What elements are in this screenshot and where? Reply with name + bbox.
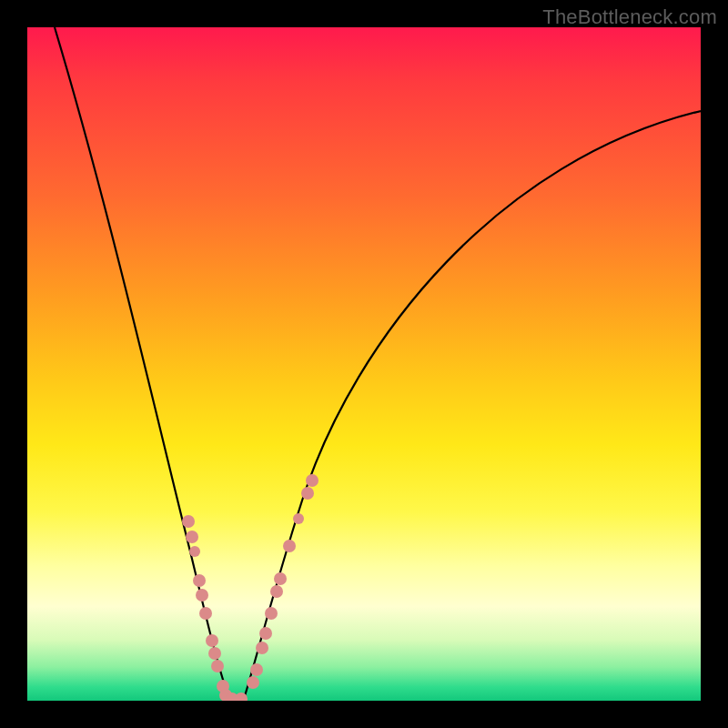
data-point-bead — [256, 642, 268, 654]
beads-left-group — [182, 515, 248, 701]
curve-right-branch — [244, 111, 701, 699]
data-point-bead — [293, 513, 304, 524]
data-point-bead — [211, 660, 224, 672]
chart-svg — [27, 27, 701, 701]
data-point-bead — [206, 634, 218, 647]
data-point-bead — [186, 531, 198, 543]
data-point-bead — [182, 515, 195, 528]
data-point-bead — [250, 663, 263, 676]
data-point-bead — [306, 474, 318, 487]
data-point-bead — [283, 540, 296, 552]
chart-plot-area — [27, 27, 701, 701]
data-point-bead — [189, 546, 200, 557]
beads-right-group — [247, 474, 318, 689]
data-point-bead — [196, 589, 208, 602]
data-point-bead — [274, 572, 287, 585]
data-point-bead — [270, 585, 283, 598]
data-point-bead — [199, 607, 212, 620]
data-point-bead — [265, 607, 278, 620]
data-point-bead — [208, 647, 221, 660]
data-point-bead — [259, 627, 272, 640]
data-point-bead — [301, 487, 314, 500]
data-point-bead — [247, 676, 259, 689]
watermark-text: TheBottleneck.com — [542, 5, 717, 29]
data-point-bead — [193, 574, 206, 587]
